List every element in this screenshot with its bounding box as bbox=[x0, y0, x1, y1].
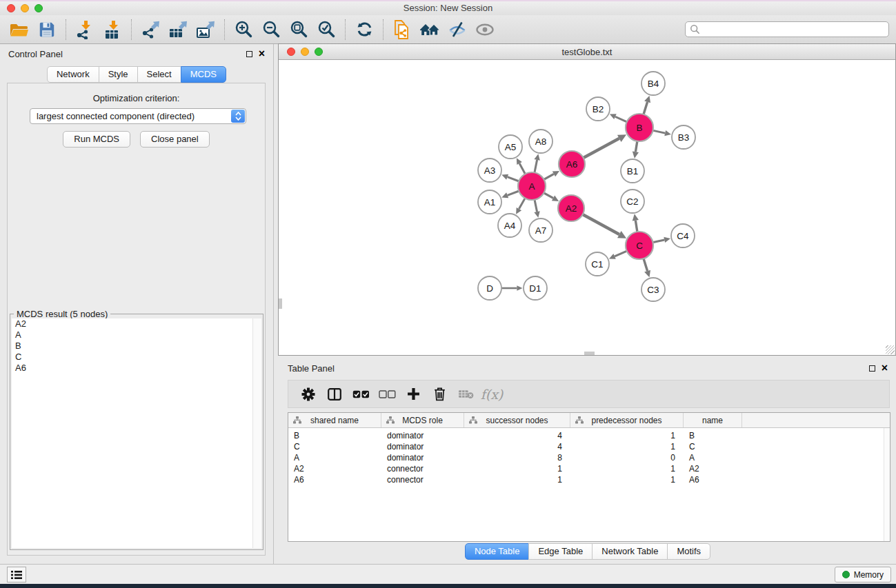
graph-node-D[interactable]: D bbox=[478, 276, 501, 300]
graph-edge-B-B1 bbox=[635, 141, 637, 152]
table-row[interactable]: A2connector11A2 bbox=[288, 463, 890, 474]
graph-node-A6[interactable]: A6 bbox=[559, 151, 585, 177]
table-row[interactable]: A6connector11A6 bbox=[288, 474, 890, 485]
network-minimize-button[interactable] bbox=[301, 48, 309, 56]
close-table-panel-icon[interactable]: × bbox=[882, 364, 888, 372]
close-panel-icon[interactable]: × bbox=[259, 50, 265, 58]
hide-graphics-details-button[interactable] bbox=[444, 17, 471, 42]
deselect-all-button[interactable] bbox=[374, 383, 400, 406]
delete-column-button[interactable] bbox=[426, 383, 452, 406]
bottom-splitter-grip[interactable] bbox=[584, 352, 595, 355]
table-row[interactable]: Cdominator41C bbox=[288, 441, 890, 452]
criterion-value: largest connected component (directed) bbox=[37, 111, 195, 121]
tab-motifs[interactable]: Motifs bbox=[667, 543, 710, 560]
tab-mcds[interactable]: MCDS bbox=[181, 66, 226, 83]
zoom-out-button[interactable] bbox=[257, 17, 285, 42]
tab-style[interactable]: Style bbox=[99, 66, 138, 83]
float-panel-icon[interactable] bbox=[246, 51, 252, 57]
column-header-successor-nodes[interactable]: successor nodes bbox=[464, 413, 570, 427]
delete-table-button[interactable] bbox=[452, 383, 479, 406]
graph-node-B[interactable]: B bbox=[626, 114, 653, 141]
result-item[interactable]: A bbox=[12, 330, 261, 341]
tab-network[interactable]: Network bbox=[47, 66, 99, 83]
column-header-MCDS-role[interactable]: MCDS role bbox=[381, 413, 464, 427]
show-graphics-details-button[interactable] bbox=[471, 17, 499, 42]
result-item[interactable]: B bbox=[12, 341, 261, 352]
resize-grip-icon[interactable] bbox=[886, 345, 895, 354]
memory-status-icon bbox=[842, 571, 850, 578]
left-splitter-grip[interactable] bbox=[279, 298, 282, 309]
function-builder-button[interactable]: f(x) bbox=[479, 383, 505, 406]
graph-node-C4[interactable]: C4 bbox=[671, 224, 695, 247]
tab-node-table[interactable]: Node Table bbox=[465, 543, 530, 560]
zoom-in-button[interactable] bbox=[230, 17, 257, 42]
graph-node-C3[interactable]: C3 bbox=[641, 278, 665, 301]
graph-node-A1[interactable]: A1 bbox=[478, 190, 501, 214]
graph-node-A7[interactable]: A7 bbox=[529, 219, 552, 242]
new-network-from-file-button[interactable] bbox=[388, 17, 416, 42]
result-item[interactable]: A2 bbox=[12, 318, 261, 330]
apply-layout-button[interactable] bbox=[350, 17, 378, 42]
mcds-result-groupbox: MCDS result (5 nodes) A2ABCA6 bbox=[10, 314, 263, 550]
save-session-button[interactable] bbox=[33, 17, 61, 42]
open-session-button[interactable] bbox=[6, 17, 33, 42]
select-all-button[interactable] bbox=[348, 383, 374, 406]
graph-node-B2[interactable]: B2 bbox=[586, 97, 610, 121]
table-cell: 4 bbox=[464, 431, 570, 440]
tab-network-table[interactable]: Network Table bbox=[592, 543, 668, 560]
zoom-selected-button[interactable] bbox=[312, 17, 340, 42]
zoom-window-button[interactable] bbox=[34, 4, 43, 12]
graph-node-C2[interactable]: C2 bbox=[621, 190, 644, 213]
result-item[interactable]: C bbox=[12, 352, 261, 363]
table-settings-button[interactable] bbox=[295, 383, 321, 406]
home-button[interactable] bbox=[416, 17, 444, 42]
refresh-icon bbox=[355, 20, 374, 39]
table-row[interactable]: Bdominator41B bbox=[288, 430, 890, 441]
export-table-button[interactable] bbox=[164, 17, 192, 42]
close-panel-button[interactable]: Close panel bbox=[140, 131, 210, 148]
close-window-button[interactable] bbox=[7, 4, 15, 12]
column-view-button[interactable] bbox=[321, 383, 348, 406]
export-image-button[interactable] bbox=[192, 17, 219, 42]
result-item[interactable]: A6 bbox=[12, 363, 261, 374]
table-scrollbar[interactable] bbox=[884, 428, 890, 541]
graph-node-B1[interactable]: B1 bbox=[621, 159, 644, 183]
fx-icon: f(x) bbox=[481, 387, 504, 402]
graph-node-A5[interactable]: A5 bbox=[499, 135, 522, 159]
table-cell: 1 bbox=[464, 464, 570, 474]
import-table-button[interactable] bbox=[99, 17, 126, 42]
column-header-predecessor-nodes[interactable]: predecessor nodes bbox=[570, 413, 684, 427]
network-zoom-button[interactable] bbox=[315, 48, 323, 56]
export-network-button[interactable] bbox=[137, 17, 164, 42]
graph-node-A[interactable]: A bbox=[518, 172, 546, 200]
tab-edge-table[interactable]: Edge Table bbox=[528, 543, 593, 560]
zoom-fit-button[interactable] bbox=[285, 17, 312, 42]
checked-checkboxes-icon bbox=[352, 390, 370, 398]
search-input[interactable] bbox=[700, 23, 888, 36]
network-canvas[interactable]: B4B2BB3A8A5A6A3B1AA1C2A2A4A7C4CC1C3DD1 bbox=[279, 61, 895, 355]
graph-node-C[interactable]: C bbox=[626, 232, 653, 259]
run-mcds-button[interactable]: Run MCDS bbox=[63, 131, 130, 148]
graph-node-C1[interactable]: C1 bbox=[586, 252, 609, 276]
float-table-panel-icon[interactable] bbox=[869, 365, 875, 372]
memory-button[interactable]: Memory bbox=[835, 567, 891, 582]
tab-select[interactable]: Select bbox=[137, 66, 181, 83]
network-close-button[interactable] bbox=[287, 48, 295, 56]
column-header-shared-name[interactable]: shared name bbox=[288, 413, 381, 427]
minimize-window-button[interactable] bbox=[21, 4, 29, 12]
graph-node-A8[interactable]: A8 bbox=[529, 130, 552, 153]
table-row[interactable]: Adominator80A bbox=[288, 452, 890, 463]
task-history-button[interactable] bbox=[7, 567, 26, 582]
import-network-button[interactable] bbox=[71, 17, 99, 42]
add-column-button[interactable] bbox=[400, 383, 426, 406]
graph-node-B4[interactable]: B4 bbox=[641, 72, 665, 95]
graph-node-B3[interactable]: B3 bbox=[672, 125, 695, 149]
graph-node-A3[interactable]: A3 bbox=[478, 159, 501, 182]
column-header-name[interactable]: name bbox=[684, 413, 742, 427]
result-list-scrollbar[interactable] bbox=[252, 318, 261, 548]
search-field[interactable] bbox=[685, 21, 889, 37]
optimization-criterion-select[interactable]: largest connected component (directed) bbox=[30, 108, 246, 124]
graph-node-D1[interactable]: D1 bbox=[524, 276, 547, 300]
graph-node-A2[interactable]: A2 bbox=[558, 195, 584, 221]
graph-node-A4[interactable]: A4 bbox=[498, 214, 521, 237]
